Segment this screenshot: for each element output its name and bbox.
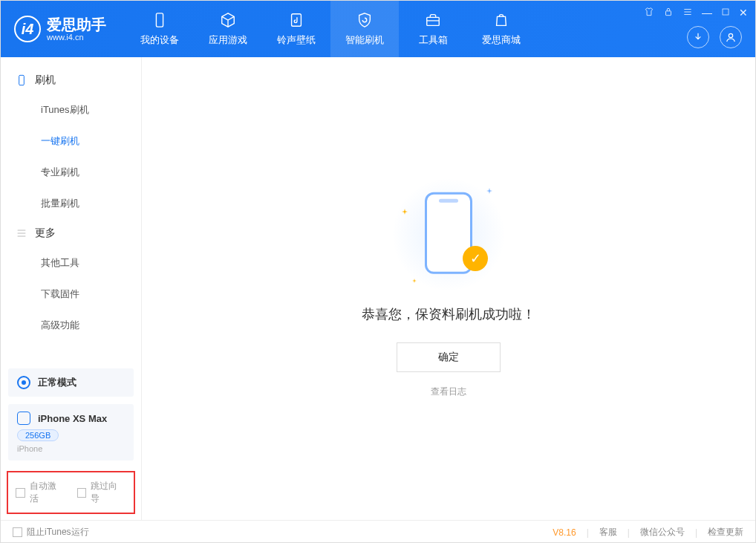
svg-rect-6 [19,75,25,85]
footer-link-update[interactable]: 检查更新 [708,526,743,539]
tab-label: 智能刷机 [345,33,384,47]
tab-label: 工具箱 [419,33,448,47]
menu-icon[interactable] [682,7,693,19]
check-badge-icon: ✓ [463,246,488,271]
view-log-link[interactable]: 查看日志 [431,386,466,398]
checkbox-icon [16,488,25,498]
status-bar: 阻止iTunes运行 V8.16 | 客服 | 微信公众号 | 检查更新 [1,520,755,543]
main-tabs: 我的设备 应用游戏 铃声壁纸 智能刷机 工具箱 爱思商城 [126,1,535,57]
app-header: i4 爱思助手 www.i4.cn 我的设备 应用游戏 铃声壁纸 智能刷机 工具… [1,1,755,57]
tab-label: 铃声壁纸 [277,33,316,47]
checkbox-icon [77,488,87,498]
sidebar-item-oneclick-flash[interactable]: 一键刷机 [1,126,141,157]
tab-ringtone-wallpaper[interactable]: 铃声壁纸 [262,1,330,57]
success-message: 恭喜您，保资料刷机成功啦！ [362,305,535,323]
device-name: iPhone XS Max [38,413,107,424]
svg-rect-3 [666,11,671,16]
tab-label: 爱思商城 [482,33,521,47]
app-subtitle: www.i4.cn [47,33,106,42]
checkbox-icon [13,527,22,537]
tab-label: 应用游戏 [209,33,247,47]
success-illustration: ✓ [393,179,504,290]
checkbox-auto-activate[interactable]: 自动激活 [16,480,65,505]
shirt-icon[interactable] [644,7,654,19]
svg-point-5 [729,33,732,37]
logo-area: i4 爱思助手 www.i4.cn [1,16,120,42]
sidebar: 刷机 iTunes刷机 一键刷机 专业刷机 批量刷机 更多 其他工具 下载固件 … [1,57,142,520]
sidebar-item-itunes-flash[interactable]: iTunes刷机 [1,94,141,126]
mode-label: 正常模式 [38,376,76,389]
lock-icon[interactable] [663,7,674,19]
cube-icon [219,11,237,29]
device-icon [16,74,27,86]
maximize-button[interactable] [721,7,730,19]
tab-smart-flash[interactable]: 智能刷机 [330,1,399,57]
tab-apps-games[interactable]: 应用游戏 [194,1,262,57]
device-storage: 256GB [17,429,59,441]
device-small-icon [17,412,30,425]
sidebar-section-more: 更多 [1,219,141,247]
sidebar-item-download-firmware[interactable]: 下载固件 [1,279,141,310]
bottom-checks-highlight: 自动激活 跳过向导 [7,471,135,514]
list-icon [16,227,27,239]
section-label: 刷机 [35,74,56,87]
checkbox-label: 自动激活 [30,480,65,505]
user-button[interactable] [720,26,742,48]
sidebar-item-batch-flash[interactable]: 批量刷机 [1,188,141,219]
tab-label: 我的设备 [140,33,179,47]
svg-rect-1 [292,14,302,27]
footer-link-wechat[interactable]: 微信公众号 [640,526,685,539]
checkbox-skip-guide[interactable]: 跳过向导 [77,480,127,505]
close-button[interactable]: ✕ [739,7,748,19]
svg-rect-0 [156,13,163,27]
app-title: 爱思助手 [47,16,106,33]
toolbox-icon [424,11,442,29]
download-button[interactable] [687,26,709,48]
checkbox-label: 阻止iTunes运行 [27,526,89,539]
window-controls: — ✕ [644,7,748,19]
sidebar-section-flash: 刷机 [1,66,141,94]
shield-refresh-icon [356,11,374,29]
footer-link-service[interactable]: 客服 [599,526,617,539]
sidebar-item-pro-flash[interactable]: 专业刷机 [1,157,141,188]
ok-button[interactable]: 确定 [397,342,501,372]
phone-icon [151,11,169,29]
mode-dot-icon [17,376,30,389]
logo-icon: i4 [14,16,41,42]
device-type: iPhone [17,444,125,453]
mode-card[interactable]: 正常模式 [8,368,134,397]
sidebar-item-advanced[interactable]: 高级功能 [1,310,141,341]
tab-store[interactable]: 爱思商城 [467,1,535,57]
header-right-buttons [687,26,742,48]
tab-toolbox[interactable]: 工具箱 [399,1,467,57]
minimize-button[interactable]: — [702,7,712,19]
sidebar-item-other-tools[interactable]: 其他工具 [1,247,141,279]
tab-my-device[interactable]: 我的设备 [126,1,194,57]
svg-rect-2 [427,17,440,25]
music-file-icon [287,11,305,29]
main-content: ✓ 恭喜您，保资料刷机成功啦！ 确定 查看日志 [142,57,755,520]
checkbox-block-itunes[interactable]: 阻止iTunes运行 [13,526,89,539]
checkbox-label: 跳过向导 [91,480,126,505]
version-label: V8.16 [553,527,576,538]
device-card[interactable]: iPhone XS Max 256GB iPhone [8,404,134,461]
svg-rect-4 [723,9,729,15]
bag-icon [492,11,510,29]
section-label: 更多 [35,227,56,240]
